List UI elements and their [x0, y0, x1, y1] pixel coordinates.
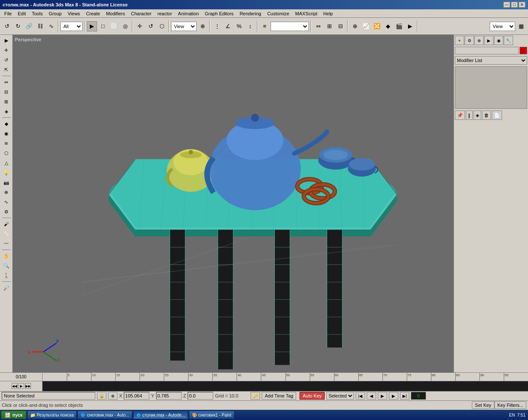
- menu-modifiers[interactable]: Modifiers: [103, 10, 128, 17]
- menu-graph-editors[interactable]: Graph Editors: [202, 10, 236, 17]
- scale-button[interactable]: ⬡: [157, 21, 167, 31]
- angle-snap-button[interactable]: ∠: [223, 21, 233, 31]
- bind-space-warp[interactable]: ∿: [46, 21, 56, 31]
- set-key-button[interactable]: Set Key: [472, 401, 494, 409]
- lt-walk-button[interactable]: 🚶: [2, 271, 11, 280]
- hierarchy-tab[interactable]: ⊕: [474, 36, 484, 45]
- next-frame-button[interactable]: ▶: [389, 392, 398, 400]
- go-end-button[interactable]: ▶|: [400, 392, 409, 400]
- lt-paint-button[interactable]: 🖌: [2, 219, 11, 229]
- prev-frame-button[interactable]: ◀: [367, 392, 376, 400]
- next-key-button[interactable]: ▶▶: [25, 383, 31, 389]
- maximize-button[interactable]: □: [511, 2, 518, 8]
- selected-dropdown[interactable]: Selected: [326, 392, 354, 400]
- move-button[interactable]: ✛: [134, 21, 145, 31]
- menu-create[interactable]: Create: [83, 10, 103, 17]
- y-coord-input[interactable]: [156, 392, 182, 400]
- lt-spacing-button[interactable]: ⊞: [2, 97, 11, 106]
- rotate-button[interactable]: ↺: [146, 21, 156, 31]
- menu-edit[interactable]: Edit: [15, 10, 29, 17]
- taskbar-item-snegovik[interactable]: 🔷 снеговик.max - Auto...: [77, 411, 132, 419]
- lt-modifier-button[interactable]: ◉: [2, 129, 11, 138]
- z-coord-input[interactable]: [188, 392, 213, 400]
- lt-select-button[interactable]: ▶: [2, 36, 11, 45]
- frame-input[interactable]: [411, 392, 426, 400]
- color-swatch[interactable]: [519, 47, 527, 54]
- lt-skin-button[interactable]: 〰: [2, 239, 11, 248]
- snap-3d-button[interactable]: ⋮: [212, 21, 222, 31]
- lt-bone-button[interactable]: 🦴: [2, 229, 11, 238]
- material-editor-button[interactable]: ◆: [383, 21, 393, 31]
- go-start-button[interactable]: |◀: [356, 392, 365, 400]
- lt-scale-button[interactable]: ⇱: [2, 65, 11, 74]
- window-crossing-button[interactable]: ◎: [120, 21, 130, 31]
- layer-manager-button[interactable]: ⊕: [350, 21, 360, 31]
- unlink-button[interactable]: ⛓: [35, 21, 45, 31]
- select-object-button[interactable]: ▶: [87, 21, 97, 31]
- menu-customize[interactable]: Customize: [265, 10, 292, 17]
- render-type-button[interactable]: ▦: [516, 21, 526, 31]
- lt-spacewarps-button[interactable]: ∿: [2, 197, 11, 207]
- menu-views[interactable]: Views: [65, 10, 83, 17]
- lt-rotate-button[interactable]: ↺: [2, 55, 11, 65]
- key-icon-button[interactable]: 🔑: [251, 392, 260, 400]
- lt-align-button[interactable]: ⊟: [2, 87, 11, 96]
- key-filters-button[interactable]: Key Filters...: [494, 401, 526, 409]
- options-button[interactable]: 📄: [492, 111, 502, 120]
- select-by-name-button[interactable]: □: [98, 21, 108, 31]
- object-name-input[interactable]: [455, 47, 519, 54]
- render-scene-button[interactable]: 🎬: [394, 21, 404, 31]
- lt-shapes-button[interactable]: △: [2, 158, 11, 167]
- modify-tab[interactable]: ⚙: [465, 36, 474, 45]
- play-button[interactable]: ▶: [18, 383, 24, 389]
- menu-rendering[interactable]: Rendering: [237, 10, 264, 17]
- undo-button[interactable]: ↺: [2, 21, 12, 31]
- spinner-snap-button[interactable]: ↕: [245, 21, 255, 31]
- lt-mirror-button[interactable]: ⇔: [2, 77, 11, 87]
- array-button[interactable]: ⊞: [324, 21, 334, 31]
- add-time-tag-button[interactable]: Add Time Tag: [262, 392, 296, 400]
- start-button[interactable]: 🪟 пуск: [1, 411, 26, 419]
- lt-zoom-button[interactable]: 🔍: [2, 261, 11, 270]
- ref-coord-dropdown[interactable]: View World Local: [171, 22, 197, 31]
- filter-dropdown[interactable]: All: [60, 22, 83, 31]
- align-button[interactable]: ⊟: [335, 21, 345, 31]
- view-dropdown2[interactable]: View: [490, 22, 515, 31]
- lt-systems-button[interactable]: ⚙: [2, 207, 11, 216]
- display-tab[interactable]: ◉: [494, 36, 503, 45]
- lt-array-button[interactable]: ◈: [2, 107, 11, 116]
- select-link-button[interactable]: 🔗: [24, 21, 34, 31]
- show-results-button[interactable]: ‖: [466, 111, 473, 120]
- lt-hand-button[interactable]: ✋: [2, 251, 11, 261]
- taskbar-item-stolik[interactable]: 🔷 столик.max - Autode...: [133, 411, 188, 419]
- motion-tab[interactable]: ▶: [484, 36, 494, 45]
- auto-key-button[interactable]: Auto Key: [300, 392, 325, 400]
- lt-material-button[interactable]: ◆: [2, 119, 11, 128]
- schematic-view-button[interactable]: 🔀: [372, 21, 382, 31]
- taskbar-item-search[interactable]: 📁 Результаты поиска: [27, 411, 77, 419]
- percent-snap-button[interactable]: %: [234, 21, 244, 31]
- make-unique-button[interactable]: ◈: [474, 111, 481, 120]
- curve-editor-button[interactable]: 📈: [361, 21, 371, 31]
- lt-zoom-region-button[interactable]: 🔎: [2, 283, 11, 292]
- lt-geometry-button[interactable]: ⬡: [2, 148, 11, 158]
- menu-help[interactable]: Help: [321, 10, 336, 17]
- lt-lights-button[interactable]: 💡: [2, 168, 11, 177]
- taskbar-item-paint[interactable]: 🎨 снеговик1 - Paint: [189, 411, 234, 419]
- named-selection-dropdown[interactable]: [271, 22, 309, 31]
- menu-group[interactable]: Group: [46, 10, 64, 17]
- remove-modifier-button[interactable]: 🗑: [482, 111, 491, 120]
- prev-key-button[interactable]: ◀◀: [11, 383, 17, 389]
- menu-file[interactable]: File: [2, 10, 14, 17]
- lt-helpers-button[interactable]: ⊕: [2, 187, 11, 197]
- close-button[interactable]: ✕: [519, 2, 525, 8]
- lt-cameras-button[interactable]: 📷: [2, 178, 11, 187]
- menu-maxscript[interactable]: MAXScript: [293, 10, 320, 17]
- x-coord-input[interactable]: [124, 392, 149, 400]
- position-toggle-button[interactable]: ⊕: [108, 392, 117, 400]
- lt-move-button[interactable]: ✛: [2, 45, 11, 55]
- menu-reactor[interactable]: reactor: [155, 10, 174, 17]
- rectangular-select-button[interactable]: ⬜: [109, 21, 119, 31]
- viewport[interactable]: Perspective: [13, 35, 454, 372]
- minimize-button[interactable]: —: [503, 2, 510, 8]
